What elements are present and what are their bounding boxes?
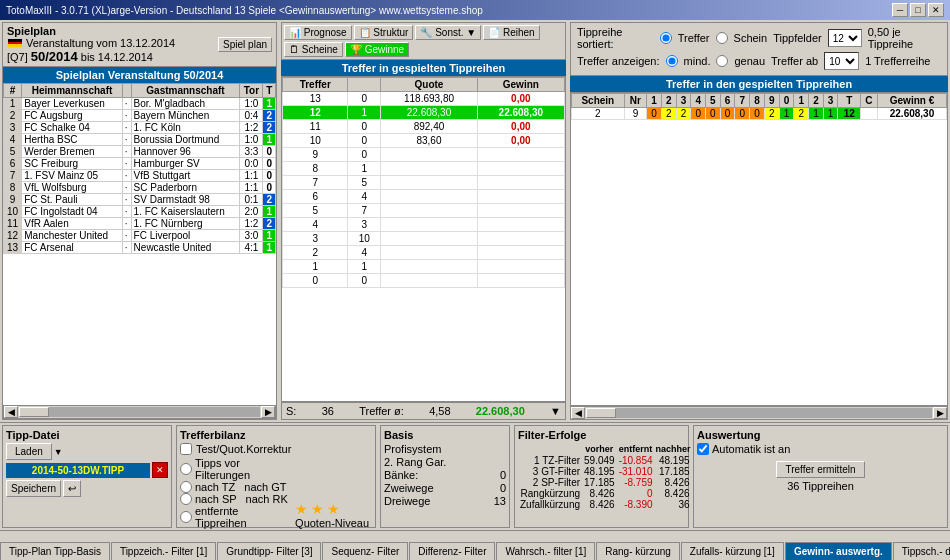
scrollbar-track[interactable] <box>19 407 260 417</box>
game-sep: · <box>122 98 131 110</box>
game-num: 6 <box>4 158 22 170</box>
treffer-ab-select[interactable]: 10911 <box>824 52 859 70</box>
col-guest: Gastmannschaft <box>131 84 240 98</box>
anzeigen-mind-radio[interactable] <box>666 55 678 67</box>
close-button[interactable]: ✕ <box>928 3 944 17</box>
game-t: 2 <box>263 110 276 122</box>
filter-row: 3 GT-Filter 48.195 -31.010 17.185 <box>518 466 692 477</box>
chances-scrollbar[interactable]: ◀ ▶ <box>570 406 948 420</box>
sort-schein-radio[interactable] <box>716 32 728 44</box>
treffer-count: 10 <box>348 232 381 246</box>
tippfelder-select[interactable]: 1213 <box>828 29 862 47</box>
treffer-gewinn <box>477 204 564 218</box>
game-sep: · <box>122 110 131 122</box>
footer-tab[interactable]: Tipp-Plan Tipp-Basis <box>0 542 110 560</box>
treffer-ermitteln-button[interactable]: Treffer ermitteln <box>776 461 864 478</box>
reihen-button[interactable]: 📄 Reihen <box>483 25 539 40</box>
treffer-gewinn: 0,00 <box>477 92 564 106</box>
footer-tab[interactable]: Wahrsch.- filter [1] <box>496 542 595 560</box>
sort-treffer-radio[interactable] <box>660 32 672 44</box>
treffer-num: 4 <box>283 218 348 232</box>
struktur-button[interactable]: 📋 Struktur <box>354 25 414 40</box>
opt1-radio[interactable] <box>180 463 192 475</box>
filter-table: vorher entfernt nachher 1 TZ-Filter 59.0… <box>518 443 692 510</box>
footer-tab[interactable]: Tippzeich.- Filter [1] <box>111 542 216 560</box>
zweiwege-val: 0 <box>500 482 506 494</box>
maximize-button[interactable]: □ <box>910 3 926 17</box>
spielplan-table-title: Spielplan Veranstaltung 50/2014 <box>3 67 276 83</box>
chances-scroll-right[interactable]: ▶ <box>933 407 947 419</box>
footer-tab[interactable]: Tippsch.- drucken <box>893 542 950 560</box>
game-sep: · <box>122 146 131 158</box>
scroll-left-btn[interactable]: ◀ <box>4 406 18 418</box>
opt4-radio[interactable] <box>180 511 192 523</box>
rang-label: 2. Rang Gar. <box>384 456 446 468</box>
treffer-ab-label: Treffer ab <box>771 55 818 67</box>
opt3-label: nach SP nach RK <box>195 493 288 505</box>
col-sep <box>122 84 131 98</box>
treffer-row: 10 0 83,60 0,00 <box>283 134 565 148</box>
delete-tipp-button[interactable]: ✕ <box>152 462 168 478</box>
game-num: 4 <box>4 134 22 146</box>
scroll-right-btn[interactable]: ▶ <box>261 406 275 418</box>
footer-tab[interactable]: Differenz- Filter <box>409 542 495 560</box>
treffer-num: 9 <box>283 148 348 162</box>
footer-tab[interactable]: Rang- kürzung <box>596 542 680 560</box>
treffer-quote <box>381 218 477 232</box>
dropdown-arrow[interactable]: ▼ <box>54 447 63 457</box>
chances-track[interactable] <box>586 408 932 418</box>
game-num: 13 <box>4 242 22 254</box>
scheine-button[interactable]: 🗒 Scheine <box>284 42 343 57</box>
filter-title: Filter-Erfolge <box>518 429 685 441</box>
footer-tab[interactable]: Zufalls- kürzung [1] <box>681 542 784 560</box>
th-12: 2 <box>809 94 824 108</box>
chances-cell-0: 0 <box>647 108 662 120</box>
opt3-radio[interactable] <box>180 493 192 505</box>
sonst-button[interactable]: 🔧 Sonst. ▼ <box>415 25 481 40</box>
scrollbar-thumb[interactable] <box>19 407 49 417</box>
game-t: 0 <box>263 170 276 182</box>
treffer-quote: 892,40 <box>381 120 477 134</box>
undo-button[interactable]: ↩ <box>63 480 81 497</box>
game-row: 11 VfR Aalen · 1. FC Nürnberg 1:2 2 <box>4 218 276 230</box>
footer-tab[interactable]: Grundtipp- Filter [3] <box>217 542 321 560</box>
laden-button[interactable]: Laden <box>6 443 52 460</box>
games-tbody: 1 Bayer Leverkusen · Bor. M'gladbach 1:0… <box>4 98 276 254</box>
chances-cell-8: 2 <box>764 108 779 120</box>
game-sep: · <box>122 194 131 206</box>
filter-nachher: 48.195 <box>655 455 692 466</box>
gewinne-button[interactable]: 🏆 Gewinne <box>345 42 409 57</box>
spielplan-scrollbar[interactable]: ◀ ▶ <box>3 405 276 419</box>
filter-row: Zufallkürzung 8.426 -8.390 36 <box>518 499 692 510</box>
chances-cell-2: 2 <box>676 108 691 120</box>
treffer-count: 5 <box>348 176 381 190</box>
speichern-button[interactable]: Speichern <box>6 480 61 497</box>
anzeigen-genau-radio[interactable] <box>716 55 728 67</box>
game-t: 1 <box>263 242 276 254</box>
spielplan-header: Spielplan Veranstaltung vom 13.12.2014 [… <box>3 23 276 67</box>
game-tor: 0:4 <box>240 110 263 122</box>
test-quot-checkbox[interactable] <box>180 443 192 455</box>
game-sep: · <box>122 158 131 170</box>
footer-tab[interactable]: Sequenz- Filter <box>322 542 408 560</box>
game-row: 3 FC Schalke 04 · 1. FC Köln 1:2 2 <box>4 122 276 134</box>
minimize-button[interactable]: ─ <box>892 3 908 17</box>
treffer-num: 1 <box>283 260 348 274</box>
prognose-button[interactable]: 📊 Prognose <box>284 25 352 40</box>
th-2: 2 <box>661 94 676 108</box>
filter-section: Filter-Erfolge vorher entfernt nachher 1… <box>514 425 689 528</box>
game-tor: 3:3 <box>240 146 263 158</box>
game-tor: 1:0 <box>240 98 263 110</box>
treffer-gewinn: 0,00 <box>477 120 564 134</box>
chances-scroll-left[interactable]: ◀ <box>571 407 585 419</box>
game-row: 8 VfL Wolfsburg · SC Paderborn 1:1 0 <box>4 182 276 194</box>
game-num: 10 <box>4 206 22 218</box>
footer-tab[interactable]: Gewinn- auswertg. <box>785 542 892 560</box>
spielplan-button[interactable]: Spiel plan <box>218 37 272 52</box>
automatik-checkbox[interactable] <box>697 443 709 455</box>
th-5: 5 <box>706 94 721 108</box>
chances-thumb[interactable] <box>586 408 616 418</box>
treffer-row: 7 5 <box>283 176 565 190</box>
opt2-radio[interactable] <box>180 481 192 493</box>
games-table: # Heimmannschaft Gastmannschaft Tor T 1 … <box>3 83 276 254</box>
